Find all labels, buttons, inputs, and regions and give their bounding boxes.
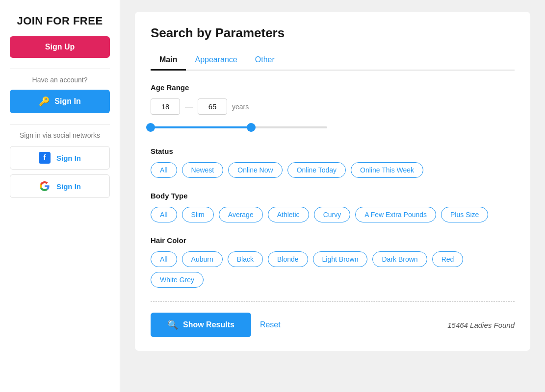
key-icon: 🔑 [39, 96, 50, 107]
status-label: Status [151, 147, 515, 155]
age-range-section: Age Range 18 — 65 years [151, 83, 515, 133]
age-range-row: 18 — 65 years [151, 98, 515, 115]
sidebar-title: JOIN FOR FREE [17, 15, 103, 27]
chip-curvy[interactable]: Curvy [314, 207, 351, 222]
slider-thumb-right[interactable] [247, 123, 256, 132]
chip-light-brown[interactable]: Light Brown [313, 251, 368, 267]
tab-other[interactable]: Other [246, 51, 284, 71]
google-signin-button[interactable]: Sign In [10, 174, 110, 198]
signin-label: Sign In [54, 97, 80, 106]
sidebar: JOIN FOR FREE Sign Up Have an account? 🔑… [0, 0, 120, 392]
reset-button[interactable]: Reset [260, 320, 281, 329]
chip-online-now[interactable]: Online Now [228, 162, 282, 178]
chip-plus-size[interactable]: Plus Size [441, 207, 488, 222]
tab-appearance[interactable]: Appearance [186, 51, 246, 71]
hair-color-section: Hair Color AllAuburnBlackBlondeLight Bro… [151, 236, 515, 288]
age-min-input[interactable]: 18 [151, 98, 180, 115]
chip-online-this-week[interactable]: Online This Week [351, 162, 423, 178]
age-slider[interactable] [151, 122, 327, 133]
body-type-chips: AllSlimAverageAthleticCurvyA Few Extra P… [151, 207, 515, 222]
google-icon [39, 180, 51, 192]
chip-red[interactable]: Red [432, 251, 464, 267]
facebook-label: Sign In [56, 154, 81, 162]
chip-white-grey[interactable]: White Grey [151, 272, 204, 288]
chip-online-today[interactable]: Online Today [287, 162, 346, 178]
sidebar-divider [10, 69, 110, 69]
chip-auburn[interactable]: Auburn [182, 251, 223, 267]
chip-all[interactable]: All [151, 162, 177, 178]
google-label: Sign In [56, 182, 81, 191]
age-range-label: Age Range [151, 83, 515, 92]
chip-blonde[interactable]: Blonde [268, 251, 308, 267]
card-divider [151, 301, 515, 302]
body-type-section: Body Type AllSlimAverageAthleticCurvyA F… [151, 192, 515, 222]
social-label: Sign in via social networks [20, 131, 100, 139]
show-results-button[interactable]: 🔍 Show Results [151, 313, 251, 337]
facebook-icon: f [39, 152, 51, 164]
signup-button[interactable]: Sign Up [10, 36, 110, 58]
slider-thumb-left[interactable] [146, 123, 155, 132]
search-card: Search by Parameters Main Appearance Oth… [135, 12, 530, 351]
hair-color-chips: AllAuburnBlackBlondeLight BrownDark Brow… [151, 251, 515, 288]
signin-button[interactable]: 🔑 Sign In [10, 90, 110, 113]
chip-slim[interactable]: Slim [182, 207, 214, 222]
chip-dark-brown[interactable]: Dark Brown [372, 251, 427, 267]
age-max-input[interactable]: 65 [198, 98, 227, 115]
status-chips: AllNewestOnline NowOnline TodayOnline Th… [151, 162, 515, 178]
age-years-label: years [232, 103, 249, 111]
main-content: Search by Parameters Main Appearance Oth… [120, 0, 545, 392]
status-section: Status AllNewestOnline NowOnline TodayOn… [151, 147, 515, 178]
tabs-container: Main Appearance Other [151, 51, 515, 71]
chip-newest[interactable]: Newest [182, 162, 224, 178]
chip-average[interactable]: Average [219, 207, 263, 222]
body-type-label: Body Type [151, 192, 515, 200]
show-results-label: Show Results [183, 320, 234, 329]
chip-all[interactable]: All [151, 207, 177, 222]
sidebar-divider2 [10, 124, 110, 124]
page-title: Search by Parameters [151, 25, 515, 41]
chip-athletic[interactable]: Athletic [268, 207, 309, 222]
chip-a-few-extra-pounds[interactable]: A Few Extra Pounds [355, 207, 436, 222]
search-icon: 🔍 [167, 319, 178, 330]
footer-row: 🔍 Show Results Reset 15464 Ladies Found [151, 313, 515, 337]
hair-color-label: Hair Color [151, 236, 515, 245]
have-account-text: Have an account? [32, 76, 88, 84]
tab-main[interactable]: Main [151, 51, 186, 71]
age-dash: — [185, 102, 193, 111]
chip-all[interactable]: All [151, 251, 177, 267]
results-found: 15464 Ladies Found [447, 321, 515, 329]
slider-fill [151, 126, 251, 128]
chip-black[interactable]: Black [228, 251, 263, 267]
facebook-signin-button[interactable]: f Sign In [10, 146, 110, 170]
